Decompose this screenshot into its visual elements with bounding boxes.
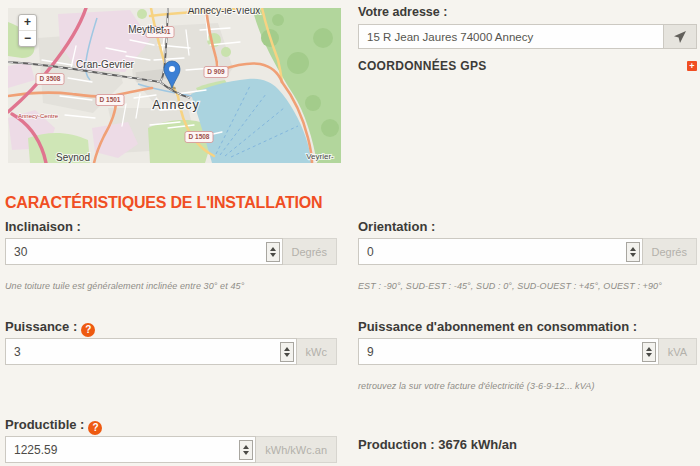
road-ref: D 1508: [189, 133, 210, 140]
map-label-meythet: Meythet: [128, 24, 164, 35]
help-icon[interactable]: ?: [88, 421, 102, 435]
road-ref: D 909: [207, 68, 225, 75]
field-puissance: Puissance :? kWc: [5, 319, 337, 365]
address-input[interactable]: [358, 24, 664, 49]
orientation-unit: Degrés: [643, 238, 697, 265]
map[interactable]: D 2201 D 909 D 3508 D 1501 D 1508 Meythe…: [8, 8, 341, 163]
zoom-out-button[interactable]: −: [19, 30, 36, 46]
abonnement-unit: kVA: [659, 338, 697, 365]
road-ref: D 3508: [40, 75, 61, 82]
number-spinner[interactable]: [642, 342, 656, 362]
inclinaison-label: Inclinaison :: [5, 219, 337, 238]
productible-label: Productible :?: [5, 417, 337, 436]
puissance-label: Puissance :?: [5, 319, 337, 338]
puissance-input[interactable]: [5, 338, 297, 365]
puissance-unit: kWc: [297, 338, 337, 365]
geocode-button[interactable]: [664, 24, 697, 49]
abonnement-input[interactable]: [358, 338, 659, 365]
help-icon[interactable]: ?: [81, 323, 95, 337]
field-abonnement: Puissance d'abonnement en consommation :…: [358, 319, 697, 391]
number-spinner[interactable]: [280, 342, 294, 362]
expand-plus-icon[interactable]: +: [687, 61, 697, 71]
field-productible: Productible :? kWh/kWc.an: [5, 417, 337, 463]
productible-label-text: Productible :: [5, 417, 84, 432]
orientation-input[interactable]: [358, 238, 643, 265]
abonnement-hint: retrouvez la sur votre facture d'électri…: [358, 381, 697, 391]
section-title: CARACTÉRISTIQUES DE L'INSTALLATION: [5, 194, 322, 212]
zoom-in-button[interactable]: +: [19, 15, 36, 30]
productible-unit: kWh/kWc.an: [256, 436, 337, 463]
map-label-cran-gevrier: Cran-Gevrier: [76, 59, 134, 70]
map-label-annecy-le-vieux: Annecy-le-Vieux: [188, 8, 261, 16]
map-tiles: D 2201 D 909 D 3508 D 1501 D 1508 Meythe…: [8, 8, 341, 163]
puissance-label-text: Puissance :: [5, 319, 77, 334]
abonnement-label: Puissance d'abonnement en consommation :: [358, 319, 697, 338]
orientation-label: Orientation :: [358, 219, 697, 238]
map-zoom-control: + −: [18, 14, 37, 47]
production-result: Production : 3676 kWh/an: [358, 437, 517, 452]
inclinaison-hint: Une toiture tuile est généralement incli…: [5, 281, 337, 291]
field-inclinaison: Inclinaison : Degrés Une toiture tuile e…: [5, 219, 337, 291]
address-label: Votre adresse :: [358, 5, 697, 19]
inclinaison-unit: Degrés: [283, 238, 337, 265]
number-spinner[interactable]: [626, 242, 640, 262]
orientation-hint: EST : -90°, SUD-EST : -45°, SUD : 0°, SU…: [358, 281, 697, 291]
map-label-veyrier: Veyrier-: [306, 152, 334, 161]
map-label-annecy-centre: Annecy-Centre: [18, 113, 59, 119]
production-value: 3676 kWh/an: [438, 437, 517, 452]
send-location-icon: [673, 30, 687, 44]
map-label-seynod: Seynod: [56, 152, 90, 163]
productible-input[interactable]: [5, 436, 256, 463]
gps-coordinates-toggle[interactable]: COORDONNÉES GPS: [358, 59, 487, 73]
field-orientation: Orientation : Degrés EST : -90°, SUD-EST…: [358, 219, 697, 291]
number-spinner[interactable]: [239, 440, 253, 460]
inclinaison-input[interactable]: [5, 238, 283, 265]
address-panel: Votre adresse : COORDONNÉES GPS +: [358, 5, 697, 73]
number-spinner[interactable]: [266, 242, 280, 262]
map-label-annecy: Annecy: [152, 98, 200, 112]
road-ref: D 1501: [100, 96, 121, 103]
production-label: Production :: [358, 437, 435, 452]
